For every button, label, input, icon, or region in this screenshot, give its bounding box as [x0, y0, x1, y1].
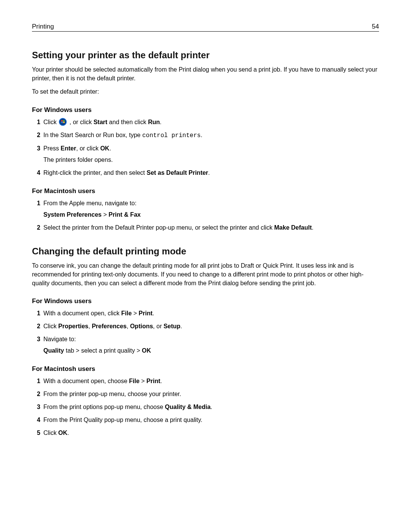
bold-text: OK: [142, 347, 151, 354]
text: ,: [127, 323, 130, 329]
text: .: [201, 132, 202, 138]
steps-list: 1 Click , or click Start and then click …: [32, 118, 379, 177]
bold-text: File: [121, 310, 132, 316]
list-item: 2 In the Start Search or Run box, type c…: [32, 131, 379, 140]
text: , or: [153, 323, 164, 329]
section-intro: To conserve ink, you can change the defa…: [32, 261, 379, 288]
bold-text: Print: [139, 310, 152, 316]
bold-text: Start: [94, 119, 107, 125]
bold-text: Print: [147, 378, 160, 384]
text: .: [67, 430, 69, 436]
step-text: Right‑click the printer, and then select…: [43, 169, 210, 176]
bold-text: Print & Fax: [108, 211, 140, 218]
list-item: 1 From the Apple menu, navigate to: Syst…: [32, 199, 379, 219]
text: .: [160, 119, 161, 125]
subheading-mac: For Macintosh users: [32, 187, 379, 195]
bold-text: Quality: [43, 347, 64, 354]
list-item: 3 Press Enter, or click OK. The printers…: [32, 144, 379, 165]
text: Click: [43, 323, 58, 329]
text: From the print options pop‑up menu, choo…: [43, 404, 165, 410]
step-number: 2: [32, 322, 40, 331]
header-page-number: 54: [372, 23, 379, 30]
steps-list: 1 From the Apple menu, navigate to: Syst…: [32, 199, 379, 232]
step-number: 3: [32, 335, 40, 344]
section-lead: To set the default printer:: [32, 87, 379, 96]
step-number: 5: [32, 428, 40, 438]
bold-text: Make Default: [274, 224, 312, 231]
section-title: Setting your printer as the default prin…: [32, 50, 379, 61]
code-text: control printers: [142, 132, 201, 139]
list-item: 3 Navigate to: Quality tab > select a pr…: [32, 335, 379, 355]
bold-text: Enter: [61, 145, 76, 152]
text: .: [210, 404, 212, 410]
bold-text: Options: [130, 323, 153, 329]
step-number: 2: [32, 390, 40, 399]
text: Click: [43, 430, 58, 436]
step-number: 2: [32, 223, 40, 232]
section-title: Changing the default printing mode: [32, 246, 379, 257]
list-item: 4 From the Print Quality pop‑up menu, ch…: [32, 415, 379, 425]
step-number: 1: [32, 118, 40, 127]
text: >: [140, 378, 147, 384]
text: Navigate to:: [43, 336, 76, 342]
bold-text: Run: [148, 119, 160, 125]
text: and then click: [107, 119, 148, 125]
step-path: Quality tab > select a print quality > O…: [43, 346, 379, 355]
bold-text: Preferences: [92, 323, 127, 329]
step-text: Press Enter, or click OK. The printers f…: [43, 145, 379, 165]
subheading-windows: For Windows users: [32, 106, 379, 114]
step-number: 4: [32, 168, 40, 177]
step-text: From the print options pop‑up menu, choo…: [43, 404, 212, 410]
text: ,: [88, 323, 92, 329]
step-number: 4: [32, 415, 40, 425]
step-number: 3: [32, 144, 40, 153]
step-text: Navigate to: Quality tab > select a prin…: [43, 336, 379, 355]
step-text: Click OK.: [43, 430, 69, 436]
step-text: From the Print Quality pop‑up menu, choo…: [43, 417, 202, 423]
step-text: Click , or click Start and then click Ru…: [43, 119, 161, 125]
bold-text: Set as Default Printer: [147, 169, 208, 176]
text: Select the printer from the Default Prin…: [43, 224, 274, 231]
section-intro: Your printer should be selected automati…: [32, 65, 379, 83]
steps-list: 1 With a document open, choose File > Pr…: [32, 377, 379, 438]
bold-text: OK: [58, 430, 67, 436]
bold-text: Properties: [58, 323, 88, 329]
step-text: In the Start Search or Run box, type con…: [43, 132, 202, 138]
list-item: 2 Select the printer from the Default Pr…: [32, 223, 379, 232]
list-item: 2 From the printer pop‑up menu, choose y…: [32, 390, 379, 399]
subheading-windows: For Windows users: [32, 297, 379, 305]
bold-text: System Preferences: [43, 211, 102, 218]
step-number: 1: [32, 309, 40, 318]
text: With a document open, choose: [43, 378, 129, 384]
bold-text: File: [129, 378, 140, 384]
document-page: Printing 54 Setting your printer as the …: [0, 0, 411, 532]
page-header: Printing 54: [32, 23, 379, 32]
list-item: 1 Click , or click Start and then click …: [32, 118, 379, 127]
step-text: With a document open, click File > Print…: [43, 310, 154, 316]
step-text: Select the printer from the Default Prin…: [43, 224, 314, 231]
bold-text: Quality & Media: [165, 404, 210, 410]
text: .: [109, 145, 111, 152]
step-number: 1: [32, 199, 40, 208]
step-number: 1: [32, 377, 40, 386]
step-text: With a document open, choose File > Prin…: [43, 378, 162, 384]
list-item: 2 Click Properties, Preferences, Options…: [32, 322, 379, 331]
text: Press: [43, 145, 61, 152]
text: .: [208, 169, 210, 176]
text: , or click: [70, 119, 94, 125]
step-text: From the printer pop‑up menu, choose you…: [43, 391, 181, 397]
text: Right‑click the printer, and then select: [43, 169, 147, 176]
step-text: Click Properties, Preferences, Options, …: [43, 323, 182, 329]
text: In the Start Search or Run box, type: [43, 132, 142, 138]
text: .: [180, 323, 182, 329]
text: .: [312, 224, 313, 231]
list-item: 5 Click OK.: [32, 428, 379, 438]
bold-text: OK: [100, 145, 109, 152]
step-number: 2: [32, 131, 40, 140]
step-number: 3: [32, 403, 40, 412]
list-item: 4 Right‑click the printer, and then sele…: [32, 168, 379, 177]
list-item: 3 From the print options pop‑up menu, ch…: [32, 403, 379, 412]
text: tab > select a print quality >: [64, 347, 142, 354]
text: , or click: [76, 145, 100, 152]
list-item: 1 With a document open, click File > Pri…: [32, 309, 379, 318]
